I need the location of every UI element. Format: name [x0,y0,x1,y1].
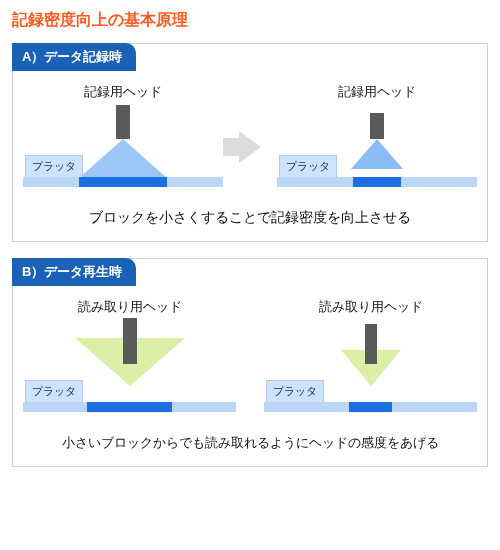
panel-a: A）データ記録時 記録用ヘッド プラッタ [12,43,488,242]
platter-label: プラッタ [266,380,324,402]
track-large-b [23,402,236,412]
panel-b-body: 読み取り用ヘッド プラッタ 読み取り [13,286,487,466]
write-head-icon [116,105,130,139]
write-stage-large: 記録用ヘッド プラッタ [23,83,223,193]
panel-a-tab: A）データ記録時 [12,43,136,71]
panel-a-body: 記録用ヘッド プラッタ [13,71,487,241]
panel-b-left-cell: 読み取り用ヘッド プラッタ [23,298,236,418]
arrow-right-icon [239,131,261,163]
track-small-b [264,402,477,412]
platter-label: プラッタ [25,380,83,402]
write-head-icon [370,113,384,139]
main-title: 記録密度向上の基本原理 [12,10,488,31]
panel-b-tab: B）データ再生時 [12,258,136,286]
panel-b: B）データ再生時 読み取り用ヘッド プラッタ [12,258,488,467]
panel-a-caption: ブロックを小さくすることで記録密度を向上させる [23,209,477,227]
panel-b-spacer [240,388,260,418]
read-head-icon [365,324,377,364]
read-head-icon [123,318,137,364]
track-small [277,177,477,187]
panel-a-left-cell: 記録用ヘッド プラッタ [23,83,223,193]
panel-a-right-cell: 記録用ヘッド プラッタ [277,83,477,193]
track-large [23,177,223,187]
panel-b-right-cell: 読み取り用ヘッド プラッタ [264,298,477,418]
read-stage-small: 読み取り用ヘッド プラッタ [264,298,477,418]
write-head-label-left: 記録用ヘッド [23,83,223,101]
read-stage-large: 読み取り用ヘッド プラッタ [23,298,236,418]
arrow-cell [227,131,273,193]
panel-a-diagram-row: 記録用ヘッド プラッタ [23,83,477,193]
panel-b-caption: 小さいブロックからでも読み取れるようにヘッドの感度をあげる [23,434,477,452]
platter-label: プラッタ [25,155,83,177]
panel-b-diagram-row: 読み取り用ヘッド プラッタ 読み取り [23,298,477,418]
read-head-label-left: 読み取り用ヘッド [23,298,236,316]
write-stage-small: 記録用ヘッド プラッタ [277,83,477,193]
read-head-label-right: 読み取り用ヘッド [264,298,477,316]
write-head-label-right: 記録用ヘッド [277,83,477,101]
platter-label: プラッタ [279,155,337,177]
